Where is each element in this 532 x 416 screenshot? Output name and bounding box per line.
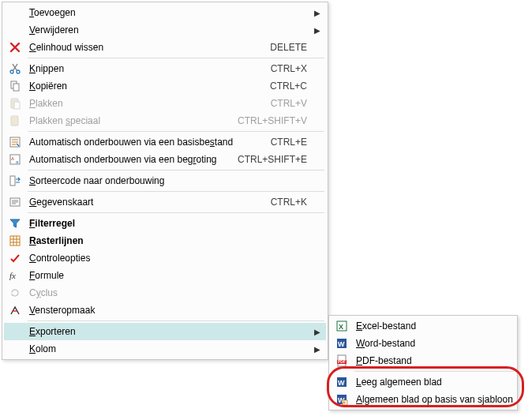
menu-controleopties[interactable]: Controleopties [4,249,326,267]
data-card-icon [4,193,26,211]
blank-icon [4,21,26,39]
shortcut: DELETE [262,42,312,53]
label: Exporteren [26,326,312,337]
svg-point-1 [17,70,20,73]
label: Verwijderen [26,24,312,36]
menu-auto-begroting[interactable]: Aa Automatisch onderbouwen via een begro… [4,151,326,168]
delete-x-icon [4,39,26,56]
auto-build-file-icon [4,133,26,151]
submenu-algemeen-sjabloon[interactable]: W Algemeen blad op basis van sjabloon [331,391,515,408]
submenu-arrow-icon: ▶ [312,345,323,354]
svg-rect-5 [13,98,17,100]
svg-rect-13 [10,176,15,186]
filter-icon [4,215,26,232]
svg-point-0 [10,70,13,73]
menu-rasterlijnen[interactable]: Rasterlijnen [4,232,326,249]
label: Excel-bestand [353,320,512,332]
menu-knippen[interactable]: Knippen CTRL+X [4,60,326,77]
menu-toevoegen[interactable]: Toevoegen ▶ [4,4,326,21]
label: Kopiëren [26,81,262,92]
svg-text:X: X [339,323,343,331]
menu-kolom[interactable]: Kolom ▶ [4,340,326,358]
blank-icon [4,323,26,340]
label: Algemeen blad op basis van sjabloon [353,394,513,405]
separator [354,371,514,372]
label: Formule [26,270,312,281]
label: Leeg algemeen blad [353,377,512,388]
label: Vensteropmaak [26,305,312,316]
label: Sorteercode naar onderbouwing [26,175,312,186]
shortcut: CTRL+X [263,63,312,74]
separator [28,131,324,132]
blank-icon [4,340,26,358]
label: Controleopties [26,253,312,264]
excel-icon: X [331,317,353,335]
menu-vensteropmaak[interactable]: Vensteropmaak [4,302,326,319]
label: Gegevenskaart [26,197,263,208]
submenu-arrow-icon: ▶ [312,26,323,35]
window-layout-icon [4,302,26,319]
blank-icon [4,4,26,21]
svg-rect-6 [14,102,20,109]
label: PDF-bestand [353,355,512,366]
label: Word-bestand [353,338,512,349]
submenu-leeg-blad[interactable]: W Leeg algemeen blad [331,373,515,391]
menu-cyclus: Cyclus [4,284,326,302]
svg-rect-15 [10,236,20,245]
menu-gegevenskaart[interactable]: Gegevenskaart CTRL+K [4,193,326,211]
gridlines-icon [4,232,26,249]
word-template-icon: W [331,391,353,408]
submenu-arrow-icon: ▶ [312,9,323,17]
shortcut: CTRL+SHIFT+V [230,115,312,126]
export-submenu: X Excel-bestand W Word-bestand PDF PDF-b… [328,315,518,410]
menu-auto-basisbestand[interactable]: Automatisch onderbouwen via een basisbes… [4,133,326,151]
shortcut: CTRL+K [263,197,312,208]
shortcut: CTRL+V [263,98,312,109]
menu-plakken: Plakken CTRL+V [4,95,326,112]
separator [28,212,324,213]
svg-rect-3 [13,84,19,91]
menu-kopieren[interactable]: Kopiëren CTRL+C [4,77,326,95]
svg-text:A: A [11,156,14,161]
submenu-pdf[interactable]: PDF PDF-bestand [331,352,515,369]
svg-text:W: W [338,340,345,348]
check-options-icon [4,249,26,267]
shortcut: CTRL+E [263,137,312,148]
separator [28,170,324,171]
submenu-excel[interactable]: X Excel-bestand [331,317,515,335]
label: Knippen [26,63,263,74]
word-icon: W [331,335,353,352]
separator [28,58,324,58]
menu-plakken-speciaal: Plakken speciaal CTRL+SHIFT+V [4,112,326,129]
svg-text:W: W [338,379,345,387]
menu-verwijderen[interactable]: Verwijderen ▶ [4,21,326,39]
formula-fx-icon: fx [4,267,26,284]
cycle-icon [4,284,26,302]
menu-formule[interactable]: fx Formule [4,267,326,284]
menu-filterregel[interactable]: Filterregel [4,215,326,232]
label: Plakken speciaal [26,115,230,126]
label: Kolom [26,343,312,354]
label: Rasterlijnen [26,235,312,246]
menu-sorteercode[interactable]: Sorteercode naar onderbouwing [4,172,326,189]
menu-celinhoud-wissen[interactable]: Celinhoud wissen DELETE [4,39,326,56]
shortcut: CTRL+SHIFT+E [230,154,312,165]
separator [28,191,324,192]
submenu-arrow-icon: ▶ [312,328,323,336]
submenu-word[interactable]: W Word-bestand [331,335,515,352]
label: Toevoegen [26,7,312,18]
label: Cyclus [26,287,312,298]
copy-icon [4,77,26,95]
auto-build-budget-icon: Aa [4,151,26,168]
svg-text:fx: fx [9,271,16,280]
cut-icon [4,60,26,77]
sort-code-icon [4,172,26,189]
shortcut: CTRL+C [262,81,312,92]
paste-special-icon [4,112,26,129]
separator [28,320,324,321]
svg-text:PDF: PDF [338,359,346,364]
word-blank-icon: W [331,373,353,391]
label: Automatisch onderbouwen via een begrotin… [26,154,230,165]
menu-exporteren[interactable]: Exporteren ▶ [4,323,326,340]
pdf-icon: PDF [331,352,353,369]
